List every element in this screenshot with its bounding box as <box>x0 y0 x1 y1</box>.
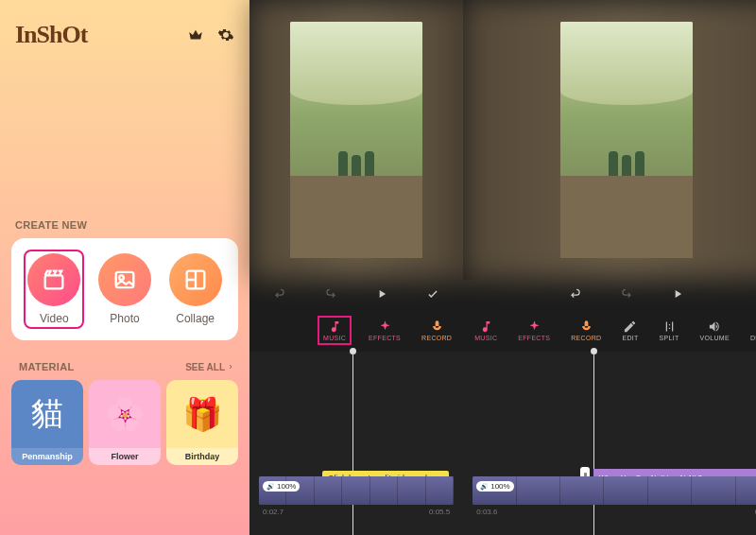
play-icon[interactable] <box>671 287 684 301</box>
editor-right-pane: MUSIC EFFECTS RECORD EDIT SPLIT VOLUME <box>463 0 756 535</box>
material-penmanship[interactable]: 貓 Penmanship <box>11 380 83 465</box>
sparkle-icon <box>378 319 392 334</box>
toolbar-right <box>463 280 756 308</box>
editor-area: MUSIC EFFECTS RECORD Click here to edit … <box>249 0 756 535</box>
preview-right <box>463 0 756 280</box>
pencil-icon <box>623 319 637 334</box>
timeline-right[interactable]: When You Say Nothing At All 2 100% 0:03.… <box>463 352 756 535</box>
split-label: SPLIT <box>660 335 679 341</box>
sidebar-header: InShOt <box>11 21 238 49</box>
preview-left <box>249 0 463 280</box>
tool-row-right: MUSIC EFFECTS RECORD EDIT SPLIT VOLUME <box>463 308 756 352</box>
gift-glyph: 🎁 <box>166 380 238 448</box>
penmanship-glyph: 貓 <box>11 380 83 448</box>
sidebar: InShOt CREATE NEW Video Photo <box>0 0 249 535</box>
record-tool-right[interactable]: RECORD <box>567 318 605 343</box>
time-ruler-left: 0:02.7 0:05.5 <box>249 505 463 518</box>
play-icon[interactable] <box>375 287 388 301</box>
music-label-right: MUSIC <box>474 335 497 341</box>
create-collage-button[interactable]: Collage <box>165 250 226 329</box>
gear-icon[interactable] <box>217 26 234 43</box>
record-tool-left[interactable]: RECORD <box>418 318 455 343</box>
split-tool[interactable]: SPLIT <box>656 318 683 343</box>
redo-icon[interactable] <box>324 287 337 301</box>
check-icon[interactable] <box>426 287 439 301</box>
mic-icon <box>579 319 593 334</box>
preview-frame-right[interactable] <box>560 22 693 258</box>
app-logo: InShOt <box>15 21 87 49</box>
editor-left-pane: MUSIC EFFECTS RECORD Click here to edit … <box>249 0 463 535</box>
tool-row-left: MUSIC EFFECTS RECORD <box>249 308 463 352</box>
material-section-title: MATERIAL <box>15 361 77 372</box>
flower-glyph: 🌸 <box>89 380 161 448</box>
material-birthday-label: Birthday <box>166 448 238 465</box>
undo-icon[interactable] <box>569 287 582 301</box>
music-tool-left[interactable]: MUSIC <box>318 316 352 345</box>
see-all-label: SEE ALL <box>185 362 225 372</box>
svg-rect-0 <box>45 275 63 288</box>
chevron-right-icon <box>227 363 234 371</box>
create-collage-label: Collage <box>176 312 215 325</box>
mic-icon <box>430 319 444 334</box>
time-start-left: 0:02.7 <box>263 508 284 516</box>
create-photo-button[interactable]: Photo <box>94 250 155 329</box>
playhead-right[interactable] <box>593 352 594 535</box>
toolbar-left <box>249 280 463 308</box>
photo-icon <box>112 267 138 293</box>
music-label-left: MUSIC <box>323 335 346 341</box>
music-note-icon <box>479 319 493 334</box>
svg-point-2 <box>119 275 124 280</box>
material-birthday[interactable]: 🎁 Birthday <box>166 380 238 465</box>
edit-label: EDIT <box>622 335 638 341</box>
clip-volume-badge-right[interactable]: 100% <box>476 481 513 492</box>
see-all-button[interactable]: SEE ALL <box>185 362 234 372</box>
timeline-left[interactable]: Click here to edit video volume 100% 0:0… <box>249 352 463 535</box>
effects-tool-left[interactable]: EFFECTS <box>365 318 404 343</box>
create-section-title: CREATE NEW <box>11 219 238 231</box>
effects-label-right: EFFECTS <box>518 335 550 341</box>
volume-label: VOLUME <box>700 335 730 341</box>
music-tool-right[interactable]: MUSIC <box>471 318 501 343</box>
speaker-icon <box>708 319 722 334</box>
create-card: Video Photo Collage <box>11 238 238 340</box>
volume-tool[interactable]: VOLUME <box>696 318 733 343</box>
video-clip-right[interactable]: 100% <box>472 476 756 505</box>
time-ruler-right: 0:03.6 0:05.5 <box>463 505 756 518</box>
sparkle-icon <box>527 319 541 334</box>
delete-label: DELETE <box>750 335 756 341</box>
record-label-right: RECORD <box>571 335 601 341</box>
material-flower-label: Flower <box>89 448 161 465</box>
create-video-label: Video <box>40 312 68 325</box>
create-video-button[interactable]: Video <box>24 250 84 329</box>
clapper-icon <box>41 267 67 293</box>
create-photo-label: Photo <box>110 312 139 325</box>
time-start-right: 0:03.6 <box>476 508 497 516</box>
split-icon <box>662 319 677 334</box>
delete-tool[interactable]: DELETE <box>747 318 756 343</box>
music-note-icon <box>328 319 342 334</box>
edit-tool[interactable]: EDIT <box>618 318 642 343</box>
effects-tool-right[interactable]: EFFECTS <box>514 318 554 343</box>
playhead-left[interactable] <box>352 352 353 535</box>
clip-volume-badge-left[interactable]: 100% <box>263 481 300 492</box>
undo-icon[interactable] <box>273 287 286 301</box>
time-end-left: 0:05.5 <box>429 508 450 516</box>
record-label-left: RECORD <box>421 335 452 341</box>
material-penmanship-label: Penmanship <box>11 448 83 465</box>
collage-icon <box>182 267 209 293</box>
crown-icon[interactable] <box>187 26 204 43</box>
redo-icon[interactable] <box>620 287 633 301</box>
material-flower[interactable]: 🌸 Flower <box>89 380 161 465</box>
preview-frame-left[interactable] <box>290 22 422 258</box>
effects-label-left: EFFECTS <box>369 335 401 341</box>
svg-rect-1 <box>116 272 134 287</box>
video-clip-left[interactable]: 100% <box>259 476 454 505</box>
